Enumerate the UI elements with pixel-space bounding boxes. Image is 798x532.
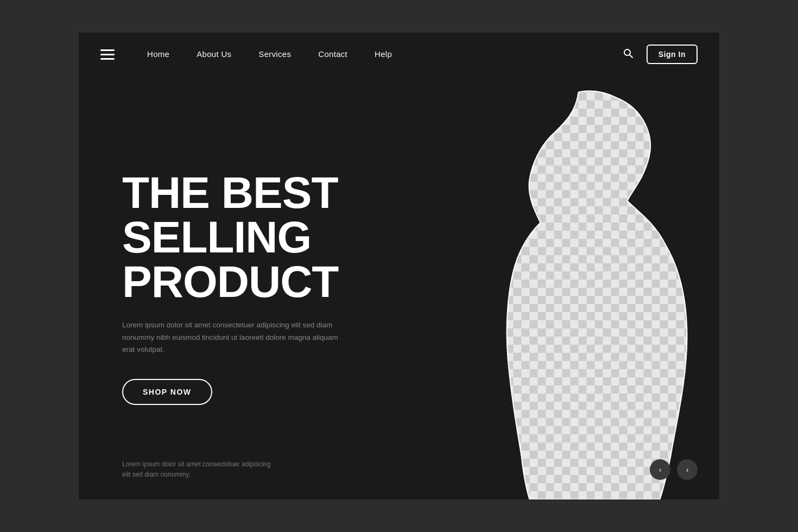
nav-link-help[interactable]: Help: [375, 49, 392, 59]
hamburger-menu[interactable]: [100, 49, 115, 60]
hero-title: THE BEST SELLING PRODUCT: [122, 170, 450, 304]
shop-now-button[interactable]: SHOP NOW: [122, 379, 212, 405]
navbar: Home About Us Services Contact Help: [79, 33, 719, 76]
hero-description: Lorem ipsum dolor sit amet consectetuer …: [122, 319, 339, 357]
nav-arrows: ‹ ›: [650, 459, 698, 480]
nav-links: Home About Us Services Contact Help: [147, 49, 623, 59]
svg-line-1: [629, 54, 632, 58]
nav-item-about[interactable]: About Us: [197, 49, 231, 59]
nav-item-home[interactable]: Home: [147, 49, 169, 59]
nav-link-services[interactable]: Services: [258, 49, 291, 59]
hero-section: THE BEST SELLING PRODUCT Lorem ipsum dol…: [79, 76, 719, 499]
prev-arrow-button[interactable]: ‹: [650, 459, 670, 480]
browser-frame: Home About Us Services Contact Help: [79, 33, 719, 499]
nav-item-contact[interactable]: Contact: [318, 49, 347, 59]
next-arrow-button[interactable]: ›: [677, 459, 698, 480]
nav-item-help[interactable]: Help: [375, 49, 392, 59]
signin-button[interactable]: Sign In: [647, 45, 698, 64]
nav-link-about[interactable]: About Us: [197, 49, 231, 59]
nav-link-contact[interactable]: Contact: [318, 49, 347, 59]
search-icon[interactable]: [623, 48, 634, 61]
nav-link-home[interactable]: Home: [147, 49, 169, 59]
hero-content: THE BEST SELLING PRODUCT Lorem ipsum dol…: [79, 76, 450, 499]
nav-right: Sign In: [623, 45, 698, 64]
hero-footer-text: Lorem ipsum dolor sit amet consectetuer …: [122, 459, 274, 480]
nav-item-services[interactable]: Services: [258, 49, 291, 59]
